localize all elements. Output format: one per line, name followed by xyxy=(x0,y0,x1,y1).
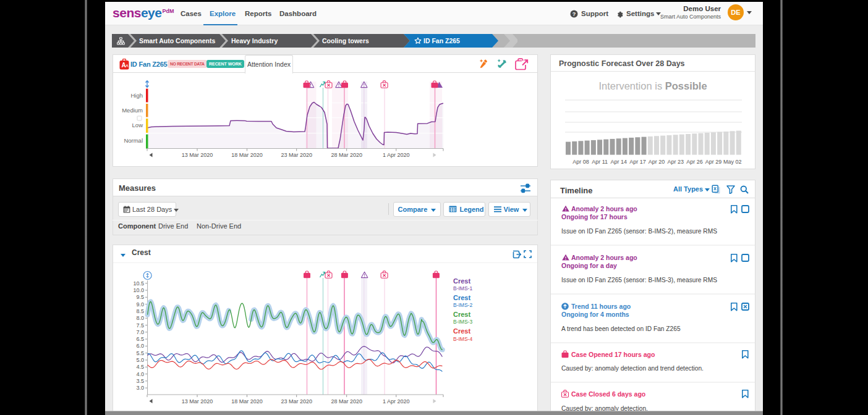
svg-text:9.0: 9.0 xyxy=(136,301,144,308)
svg-text:9.5: 9.5 xyxy=(136,294,144,300)
svg-text:23 Mar 2020: 23 Mar 2020 xyxy=(281,398,312,405)
svg-text:28 Mar 2020: 28 Mar 2020 xyxy=(331,152,362,158)
svg-text:Apr 17: Apr 17 xyxy=(629,159,646,165)
svg-text:28 Mar 2020: 28 Mar 2020 xyxy=(331,398,362,405)
svg-text:8.0: 8.0 xyxy=(136,315,144,321)
svg-text:Apr 14: Apr 14 xyxy=(611,159,628,165)
svg-text:Low: Low xyxy=(132,122,143,128)
svg-text:10.0: 10.0 xyxy=(133,287,144,293)
svg-text:B-IMS-3: B-IMS-3 xyxy=(453,319,472,325)
svg-text:?: ? xyxy=(572,11,576,17)
svg-text:10.5: 10.5 xyxy=(133,280,144,287)
svg-text:Apr 26: Apr 26 xyxy=(686,159,703,165)
svg-text:Apr 29: Apr 29 xyxy=(705,159,722,165)
svg-text:Apr 08: Apr 08 xyxy=(572,159,589,165)
svg-text:5.0: 5.0 xyxy=(136,357,144,363)
svg-text:Medium: Medium xyxy=(122,107,143,114)
svg-text:6.5: 6.5 xyxy=(136,336,144,342)
svg-text:B-IMS-2: B-IMS-2 xyxy=(453,302,472,308)
svg-text:3.0: 3.0 xyxy=(136,385,144,391)
svg-text:High: High xyxy=(130,92,143,99)
svg-text:Apr 23: Apr 23 xyxy=(668,159,684,165)
svg-text:Apr 20: Apr 20 xyxy=(649,159,665,165)
svg-text:B-IMS-4: B-IMS-4 xyxy=(453,336,472,342)
svg-text:Apr 11: Apr 11 xyxy=(592,159,608,165)
svg-text:3.5: 3.5 xyxy=(136,378,144,384)
svg-text:4.5: 4.5 xyxy=(136,364,144,370)
svg-text:18 Mar 2020: 18 Mar 2020 xyxy=(231,152,263,158)
svg-text:18 Mar 2020: 18 Mar 2020 xyxy=(231,398,263,405)
svg-text:7.5: 7.5 xyxy=(136,322,144,329)
svg-text:May 02: May 02 xyxy=(723,159,742,165)
svg-text:1 Apr 2020: 1 Apr 2020 xyxy=(383,152,410,158)
svg-text:Crest: Crest xyxy=(453,327,470,335)
svg-text:1 Apr 2020: 1 Apr 2020 xyxy=(383,398,410,405)
svg-text:Crest: Crest xyxy=(453,311,470,318)
svg-text:Crest: Crest xyxy=(453,294,470,301)
svg-text:4.0: 4.0 xyxy=(136,371,144,377)
svg-text:23 Mar 2020: 23 Mar 2020 xyxy=(281,152,312,158)
svg-text:Crest: Crest xyxy=(453,277,470,285)
svg-text:6.0: 6.0 xyxy=(136,343,144,349)
svg-text:13 Mar 2020: 13 Mar 2020 xyxy=(182,398,213,405)
svg-text:5.5: 5.5 xyxy=(136,350,144,356)
svg-text:8.5: 8.5 xyxy=(136,308,144,314)
svg-text:7.0: 7.0 xyxy=(136,329,144,335)
svg-text:Normal: Normal xyxy=(124,137,143,144)
svg-text:13 Mar 2020: 13 Mar 2020 xyxy=(182,152,213,158)
svg-text:B-IMS-1: B-IMS-1 xyxy=(453,285,472,291)
